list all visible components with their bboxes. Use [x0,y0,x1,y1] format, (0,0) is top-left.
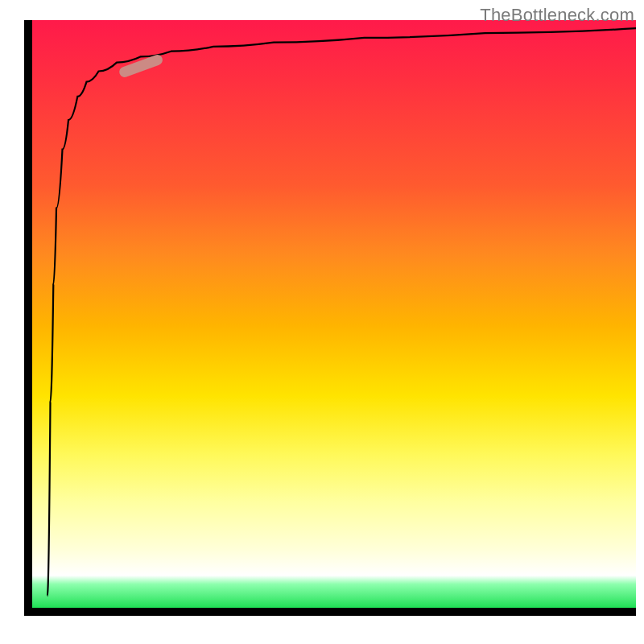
y-axis [24,20,32,616]
plot-area [32,20,636,608]
background-gradient [32,20,636,608]
x-axis [32,608,636,616]
watermark: TheBottleneck.com [480,5,634,26]
